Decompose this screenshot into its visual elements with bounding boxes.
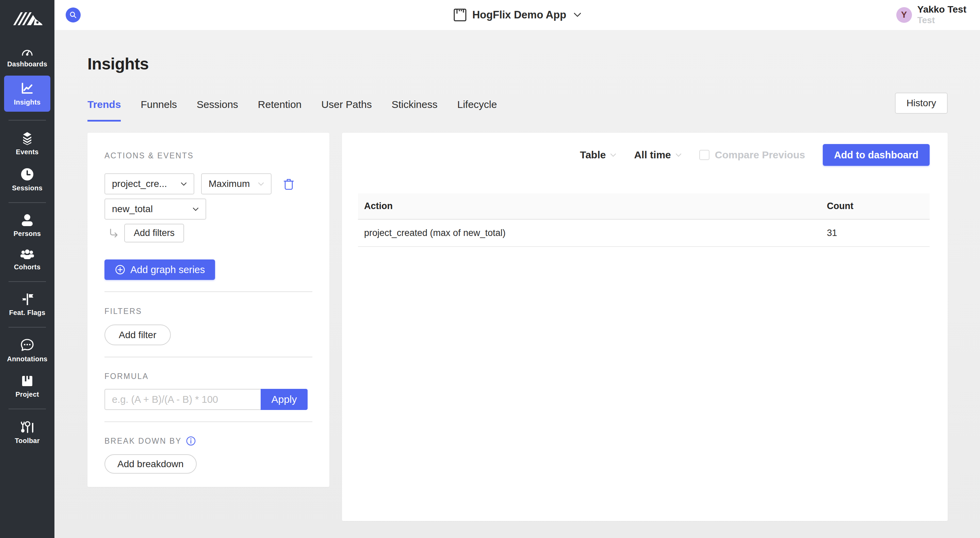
- clock-icon: [21, 168, 34, 181]
- chevron-down-icon: [675, 153, 682, 157]
- display-type-select[interactable]: Table: [580, 149, 616, 161]
- insight-tabs: Trends Funnels Sessions Retention User P…: [88, 99, 497, 121]
- chevron-down-icon: [192, 208, 199, 211]
- sidebar-item-feature-flags[interactable]: Feat. Flags: [4, 288, 50, 321]
- magnifier-icon: [69, 11, 77, 19]
- people-group-icon: [20, 249, 35, 260]
- add-graph-series-button[interactable]: Add graph series: [105, 259, 215, 280]
- filters-heading: FILTERS: [105, 307, 312, 316]
- user-menu[interactable]: Y Yakko Test Test: [896, 5, 966, 26]
- info-icon[interactable]: [186, 436, 196, 446]
- tab-trends[interactable]: Trends: [88, 99, 121, 121]
- add-breakdown-button[interactable]: Add breakdown: [105, 454, 197, 474]
- tab-lifecycle[interactable]: Lifecycle: [457, 99, 497, 121]
- compare-previous-control: Compare Previous: [699, 149, 805, 161]
- sidebar-item-events[interactable]: Events: [4, 127, 50, 160]
- user-organization: Test: [917, 15, 966, 26]
- property-select-value: new_total: [112, 204, 153, 214]
- chevron-down-icon: [610, 153, 616, 157]
- apply-formula-button[interactable]: Apply: [261, 389, 308, 410]
- add-filters-button[interactable]: Add filters: [124, 224, 184, 243]
- nested-arrow-icon: [108, 228, 119, 238]
- tab-funnels[interactable]: Funnels: [140, 99, 177, 121]
- person-icon: [21, 214, 34, 227]
- tabs-row: Trends Funnels Sessions Retention User P…: [88, 93, 948, 121]
- property-select[interactable]: new_total: [105, 198, 206, 220]
- sidebar-item-cohorts[interactable]: Cohorts: [4, 244, 50, 275]
- formula-heading: FORMULA: [105, 372, 312, 381]
- display-type-value: Table: [580, 149, 606, 161]
- posthog-hedgehog-logo-icon: [11, 8, 43, 27]
- column-header-action: Action: [358, 201, 827, 211]
- tab-stickiness[interactable]: Stickiness: [392, 99, 438, 121]
- sidebar-item-label: Toolbar: [14, 437, 40, 445]
- sidebar-item-label: Cohorts: [14, 263, 40, 271]
- breakdown-heading: BREAK DOWN BY: [105, 436, 312, 446]
- insight-body: ACTIONS & EVENTS project_cre... Maximum: [88, 133, 948, 521]
- sidebar-item-label: Persons: [14, 230, 41, 238]
- sidebar-item-insights[interactable]: Insights: [4, 76, 50, 112]
- results-header: Table All time Compare Previous Add to d…: [358, 144, 930, 166]
- project-name: HogFlix Demo App: [472, 9, 566, 21]
- sidebar-item-sessions[interactable]: Sessions: [4, 163, 50, 196]
- tab-sessions[interactable]: Sessions: [197, 99, 238, 121]
- sidebar-item-annotations[interactable]: Annotations: [4, 334, 50, 367]
- chevron-down-icon: [574, 13, 581, 18]
- flags-icon: [21, 293, 34, 306]
- project-switcher[interactable]: HogFlix Demo App: [453, 8, 581, 22]
- insight-results-panel: Table All time Compare Previous Add to d…: [342, 133, 948, 521]
- table-row: project_created (max of new_total) 31: [358, 220, 930, 247]
- sidebar-item-label: Project: [15, 391, 39, 398]
- user-name: Yakko Test: [917, 5, 966, 15]
- delete-series-button[interactable]: [283, 178, 294, 190]
- math-select-value: Maximum: [208, 179, 250, 189]
- chevron-down-icon: [181, 182, 187, 186]
- sidebar-divider: [8, 281, 46, 282]
- add-filter-button[interactable]: Add filter: [105, 324, 171, 345]
- gauge-icon: [21, 46, 34, 57]
- sidebar-item-label: Events: [16, 148, 39, 156]
- chevron-down-icon: [258, 182, 264, 186]
- section-divider: [105, 291, 312, 292]
- section-divider: [105, 356, 312, 358]
- sidebar-divider: [8, 409, 46, 409]
- plus-circle-icon: [115, 264, 126, 275]
- sidebar-item-label: Annotations: [7, 355, 48, 363]
- sidebar-item-label: Dashboards: [7, 60, 47, 68]
- tab-retention[interactable]: Retention: [258, 99, 301, 121]
- compare-previous-checkbox[interactable]: [699, 150, 710, 160]
- sidebar-divider: [8, 327, 46, 327]
- sidebar-item-label: Insights: [14, 98, 40, 106]
- formula-input[interactable]: [105, 389, 261, 410]
- avatar-initial: Y: [901, 10, 907, 20]
- compare-previous-label: Compare Previous: [715, 149, 805, 161]
- add-graph-series-label: Add graph series: [130, 264, 205, 275]
- sidebar: Dashboards Insights Events: [0, 0, 54, 538]
- math-select[interactable]: Maximum: [201, 173, 272, 195]
- sidebar-item-toolbar[interactable]: Toolbar: [4, 415, 50, 449]
- tools-icon: [20, 420, 35, 434]
- search-button[interactable]: [66, 8, 81, 22]
- sidebar-item-label: Sessions: [12, 184, 42, 192]
- page-title: Insights: [88, 54, 948, 73]
- tab-user-paths[interactable]: User Paths: [321, 99, 372, 121]
- sidebar-item-label: Feat. Flags: [9, 309, 46, 317]
- avatar: Y: [896, 7, 912, 23]
- posthog-logo[interactable]: [11, 8, 43, 27]
- project-icon: [453, 8, 467, 22]
- sidebar-item-dashboards[interactable]: Dashboards: [4, 41, 50, 72]
- event-select[interactable]: project_cre...: [105, 173, 194, 195]
- line-chart-icon: [20, 82, 34, 95]
- history-button[interactable]: History: [895, 93, 948, 114]
- results-table: Action Count project_created (max of new…: [358, 193, 930, 247]
- sidebar-item-project[interactable]: Project: [4, 370, 50, 402]
- insight-editor-panel: ACTIONS & EVENTS project_cre... Maximum: [88, 133, 329, 487]
- add-to-dashboard-button[interactable]: Add to dashboard: [823, 144, 930, 166]
- date-range-select[interactable]: All time: [634, 149, 681, 161]
- date-range-value: All time: [634, 149, 671, 161]
- sidebar-item-persons[interactable]: Persons: [4, 209, 50, 242]
- topbar: HogFlix Demo App Y Yakko Test Test: [54, 0, 980, 30]
- layers-icon: [21, 131, 34, 145]
- main-content: Insights Trends Funnels Sessions Retenti…: [54, 30, 980, 538]
- sidebar-divider: [8, 120, 46, 121]
